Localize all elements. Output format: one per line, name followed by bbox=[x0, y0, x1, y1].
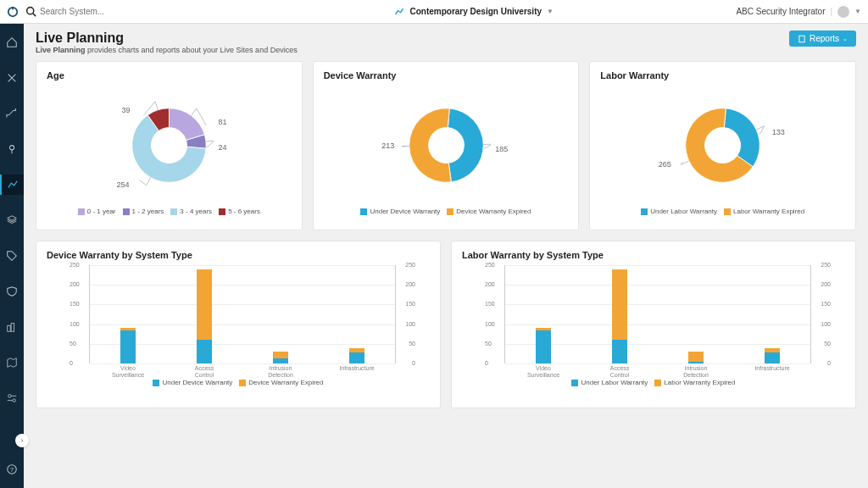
donut-value-label: 24 bbox=[219, 143, 227, 152]
legend-item: 0 - 1 year bbox=[78, 208, 116, 215]
document-icon bbox=[798, 35, 806, 43]
user-name: ABC Security Integrator bbox=[736, 7, 825, 16]
sidebar: › ? bbox=[0, 24, 24, 488]
svg-point-4 bbox=[9, 146, 14, 150]
card-device-by-type: Device Warranty by System Type 005050100… bbox=[36, 241, 441, 408]
donut-value-label: 254 bbox=[117, 180, 130, 189]
svg-point-8 bbox=[13, 399, 16, 402]
card-title: Age bbox=[47, 70, 292, 80]
legend-item: Under Labor Warranty bbox=[571, 379, 648, 386]
chevron-down-icon: ⌄ bbox=[843, 36, 848, 42]
legend-item: Device Warranty Expired bbox=[239, 379, 323, 386]
device-warranty-donut-chart: 185213 bbox=[324, 86, 569, 204]
card-title: Device Warranty by System Type bbox=[47, 250, 430, 260]
page-subtitle: Live Planning provides charts and report… bbox=[36, 46, 298, 54]
donut-value-label: 39 bbox=[122, 106, 131, 114]
labor-warranty-legend: Under Labor WarrantyLabor Warranty Expir… bbox=[600, 208, 845, 215]
legend-item: Labor Warranty Expired bbox=[654, 379, 735, 386]
chart-icon bbox=[394, 7, 404, 17]
sidebar-item-tools[interactable] bbox=[0, 68, 24, 88]
device-by-type-legend: Under Device WarrantyDevice Warranty Exp… bbox=[47, 379, 430, 386]
page-title: Live Planning bbox=[36, 30, 298, 46]
org-name: Contemporary Design University bbox=[409, 7, 542, 16]
content: Live Planning Live Planning provides cha… bbox=[24, 24, 868, 488]
sidebar-item-tags[interactable] bbox=[0, 246, 24, 266]
card-device-warranty: Device Warranty 185213 Under Device Warr… bbox=[313, 61, 580, 230]
svg-rect-11 bbox=[799, 36, 804, 42]
sidebar-item-security[interactable] bbox=[0, 281, 24, 302]
legend-item: Device Warranty Expired bbox=[447, 208, 531, 215]
svg-point-2 bbox=[27, 8, 34, 14]
svg-point-7 bbox=[8, 395, 12, 398]
sidebar-expand-button[interactable]: › bbox=[15, 434, 29, 447]
svg-line-3 bbox=[33, 14, 36, 16]
svg-rect-6 bbox=[11, 324, 14, 332]
device-warranty-legend: Under Device WarrantyDevice Warranty Exp… bbox=[324, 208, 569, 215]
reports-button[interactable]: Reports ⌄ bbox=[789, 30, 856, 47]
labor-warranty-donut-chart: 133265 bbox=[600, 86, 845, 204]
card-labor-by-type: Labor Warranty by System Type 0050501001… bbox=[451, 241, 856, 408]
card-title: Labor Warranty bbox=[600, 70, 845, 80]
svg-rect-5 bbox=[8, 325, 11, 331]
labor-by-type-bar-chart: 005050100100150150200200250250VideoSurve… bbox=[487, 265, 828, 375]
card-title: Device Warranty bbox=[324, 70, 569, 80]
svg-rect-1 bbox=[12, 6, 14, 9]
donut-value-label: 185 bbox=[495, 145, 508, 153]
legend-item: Under Device Warranty bbox=[360, 208, 440, 215]
legend-item: Under Device Warranty bbox=[153, 379, 232, 386]
sidebar-item-map[interactable] bbox=[0, 352, 24, 373]
sidebar-item-analytics[interactable] bbox=[0, 175, 24, 195]
age-legend: 0 - 1 year1 - 2 years3 - 4 years5 - 6 ye… bbox=[47, 208, 292, 215]
topbar: Contemporary Design University ▼ ABC Sec… bbox=[0, 0, 868, 24]
sidebar-item-devices[interactable] bbox=[0, 388, 24, 408]
legend-item: Under Labor Warranty bbox=[641, 208, 717, 215]
donut-value-label: 213 bbox=[381, 141, 394, 150]
donut-value-label: 81 bbox=[219, 118, 227, 126]
sidebar-item-help[interactable]: ? bbox=[0, 459, 24, 480]
page-header: Live Planning Live Planning provides cha… bbox=[36, 30, 856, 54]
legend-item: 5 - 6 years bbox=[219, 208, 260, 215]
labor-by-type-legend: Under Labor WarrantyLabor Warranty Expir… bbox=[462, 379, 845, 386]
age-donut-chart: 812425439 bbox=[47, 86, 292, 204]
device-by-type-bar-chart: 005050100100150150200200250250VideoSurve… bbox=[72, 265, 413, 375]
sidebar-item-home[interactable] bbox=[0, 32, 24, 53]
sidebar-item-layers[interactable] bbox=[0, 210, 24, 230]
card-age: Age 812425439 0 - 1 year1 - 2 years3 - 4… bbox=[36, 61, 303, 230]
sidebar-item-org[interactable] bbox=[0, 317, 24, 337]
donut-value-label: 265 bbox=[659, 160, 671, 169]
sidebar-item-location[interactable] bbox=[0, 139, 24, 159]
user-menu-chevron-icon[interactable]: ▼ bbox=[854, 8, 861, 15]
card-title: Labor Warranty by System Type bbox=[462, 250, 845, 260]
legend-item: Labor Warranty Expired bbox=[724, 208, 804, 215]
donut-value-label: 133 bbox=[772, 128, 785, 136]
card-labor-warranty: Labor Warranty 133265 Under Labor Warran… bbox=[589, 61, 856, 230]
user-area: ABC Security Integrator | ▼ bbox=[736, 6, 861, 18]
app-logo-icon bbox=[7, 6, 19, 18]
svg-text:?: ? bbox=[10, 467, 14, 473]
search-input[interactable] bbox=[40, 7, 192, 16]
search-wrap bbox=[25, 6, 212, 17]
legend-item: 1 - 2 years bbox=[123, 208, 164, 215]
avatar[interactable] bbox=[837, 6, 849, 18]
legend-item: 3 - 4 years bbox=[170, 208, 212, 215]
org-selector[interactable]: Contemporary Design University ▼ bbox=[219, 7, 729, 17]
search-icon bbox=[25, 6, 36, 17]
sidebar-item-settings[interactable] bbox=[0, 103, 24, 124]
chevron-down-icon: ▼ bbox=[547, 8, 554, 15]
